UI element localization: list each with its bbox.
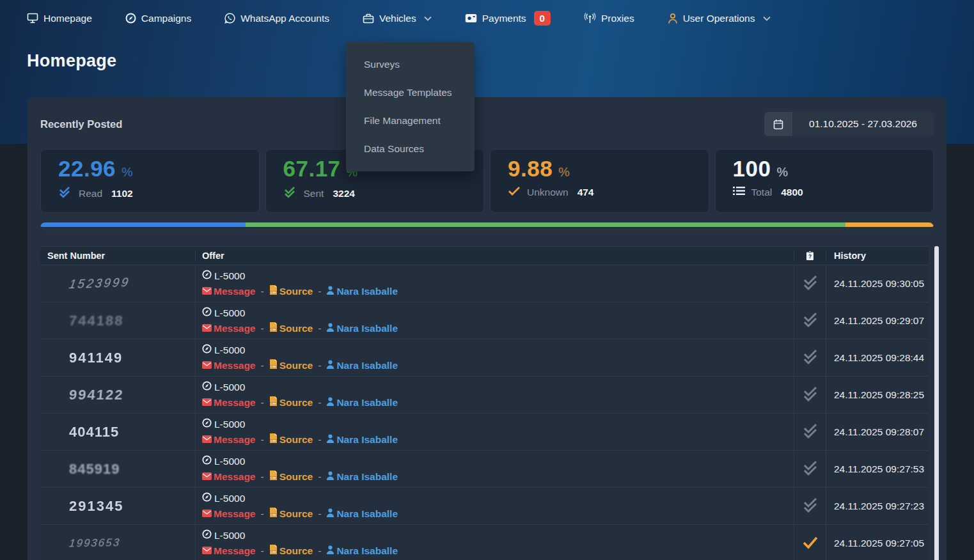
nav-item-campaigns[interactable]: Campaigns [125, 13, 191, 24]
offer-name: L-5000 [214, 456, 245, 467]
offer-name: L-5000 [214, 530, 245, 541]
nav-item-vehicles[interactable]: Vehicles [363, 13, 432, 24]
svg-text:CSV: CSV [271, 365, 276, 368]
source-link[interactable]: Source [279, 397, 313, 408]
menu-item-surveys[interactable]: Surveys [346, 51, 475, 79]
sent-number: 941149 [69, 350, 123, 366]
compass-icon [202, 418, 212, 430]
svg-text:CSV: CSV [271, 476, 276, 479]
person-icon [326, 508, 334, 520]
separator: - [257, 360, 267, 371]
source-link[interactable]: Source [279, 434, 313, 446]
double-check-icon [801, 348, 819, 368]
table-row: 1993653 L-5000 Message - CSV Source - Na… [40, 525, 929, 560]
message-link[interactable]: Message [214, 434, 255, 446]
message-link[interactable]: Message [214, 471, 255, 483]
csv-file-icon: CSV [269, 471, 278, 483]
date-range-picker[interactable]: 01.10.2025 - 27.03.2026 [764, 112, 934, 136]
double-check-icon [801, 460, 819, 479]
table-row: 744188 L-5000 Message - CSV Source - Nar… [40, 302, 929, 339]
menu-item-data-sources[interactable]: Data Sources [346, 135, 475, 163]
nav-label: Campaigns [141, 13, 191, 24]
message-link[interactable]: Message [214, 360, 255, 371]
stat-percent: 22.96 [58, 156, 116, 181]
source-link[interactable]: Source [279, 471, 313, 483]
percent-sign: % [558, 165, 570, 179]
message-link[interactable]: Message [214, 323, 255, 334]
user-link[interactable]: Nara Isaballe [336, 545, 398, 557]
compass-icon [125, 13, 136, 24]
user-link[interactable]: Nara Isaballe [336, 471, 398, 483]
briefcase-icon [363, 13, 374, 24]
person-icon [326, 397, 334, 408]
nav-label: Payments [482, 13, 526, 24]
separator: - [315, 286, 324, 297]
calendar-icon [764, 112, 792, 136]
separator: - [257, 545, 267, 557]
double-check-icon [801, 274, 819, 293]
csv-file-icon: CSV [269, 545, 278, 557]
source-link[interactable]: Source [279, 545, 313, 557]
separator: - [257, 323, 267, 334]
user-link[interactable]: Nara Isaballe [336, 397, 398, 408]
csv-file-icon: CSV [269, 322, 278, 334]
menu-item-message-templates[interactable]: Message Templates [346, 79, 475, 107]
svg-text:CSV: CSV [271, 291, 276, 294]
sent-number: 291345 [69, 498, 123, 515]
person-icon [326, 360, 334, 371]
stat-card-total: 100% Total 4800 [715, 149, 934, 213]
single-check-icon [508, 186, 521, 198]
progress-segment-unknown [845, 222, 934, 227]
stat-count: 474 [577, 187, 594, 198]
menu-item-file-management[interactable]: File Management [346, 107, 475, 135]
progress-segment-read [40, 222, 246, 227]
source-link[interactable]: Source [279, 323, 313, 334]
compass-icon [202, 381, 212, 393]
percent-sign: % [122, 165, 133, 179]
svg-text:CSV: CSV [271, 402, 276, 405]
user-link[interactable]: Nara Isaballe [336, 323, 398, 334]
message-link[interactable]: Message [214, 286, 255, 297]
stat-label: Total [751, 187, 773, 198]
payments-badge: 0 [534, 11, 551, 26]
recently-posted-table: Sent Number Offer ? History 1523999 L-50… [40, 246, 934, 560]
nav-item-user-operations[interactable]: User Operations [668, 13, 771, 24]
user-link[interactable]: Nara Isaballe [336, 286, 398, 297]
source-link[interactable]: Source [279, 508, 313, 520]
message-link[interactable]: Message [214, 545, 255, 557]
user-link[interactable]: Nara Isaballe [336, 434, 398, 446]
history-timestamp: 24.11.2025 09:28:25 [834, 389, 924, 401]
nav-label: Vehicles [379, 13, 416, 24]
offer-name: L-5000 [214, 345, 245, 356]
sent-number: 404115 [69, 424, 119, 440]
source-link[interactable]: Source [279, 360, 313, 371]
separator: - [315, 471, 324, 483]
table-header: Sent Number Offer ? History [40, 246, 929, 265]
table-row: 941149 L-5000 Message - CSV Source - Nar… [40, 339, 929, 377]
message-link[interactable]: Message [214, 397, 255, 408]
envelope-icon [202, 508, 212, 520]
sent-number: 994122 [68, 387, 125, 403]
whatsapp-icon [224, 13, 235, 24]
user-link[interactable]: Nara Isaballe [336, 508, 398, 520]
source-link[interactable]: Source [279, 286, 313, 297]
question-tag-icon: ? [794, 251, 826, 261]
nav-label: WhatsApp Accounts [240, 13, 329, 24]
delivery-progress-bar [40, 222, 934, 232]
double-check-icon [801, 385, 819, 405]
separator: - [315, 360, 324, 371]
nav-item-proxies[interactable]: Proxies [584, 13, 634, 24]
nav-item-payments[interactable]: Payments 0 [465, 11, 551, 26]
nav-item-homepage[interactable]: Homepage [27, 13, 92, 24]
table-scrollbar[interactable] [934, 246, 939, 560]
double-check-icon [801, 497, 819, 516]
nav-item-whatsapp-accounts[interactable]: WhatsApp Accounts [224, 13, 329, 24]
column-header-history: History [826, 251, 929, 261]
compass-icon [202, 492, 212, 504]
envelope-icon [202, 323, 212, 334]
person-icon [326, 434, 334, 446]
user-link[interactable]: Nara Isaballe [336, 360, 398, 371]
double-check-icon [801, 311, 819, 331]
offer-name: L-5000 [214, 493, 245, 504]
message-link[interactable]: Message [214, 508, 255, 520]
